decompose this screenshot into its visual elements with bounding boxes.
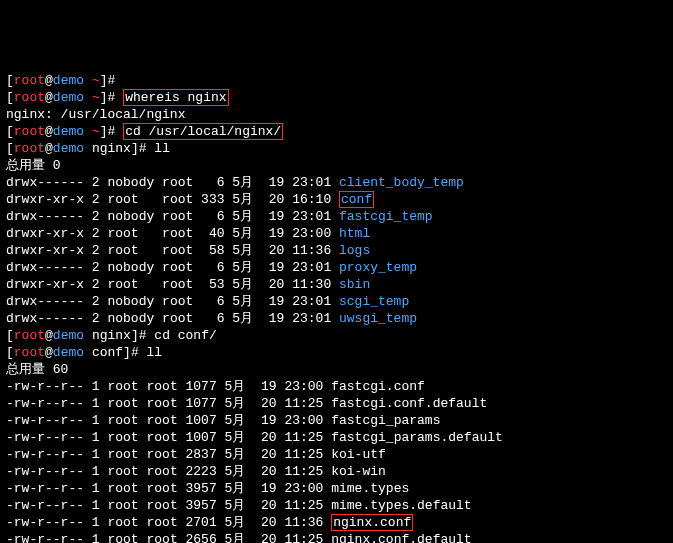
prompt-close-bracket: ] (100, 73, 108, 88)
prompt-host: demo (53, 141, 84, 156)
time: 23:01 (292, 260, 331, 275)
day: 20 (261, 396, 277, 411)
filename: proxy_temp (339, 260, 417, 275)
day: 20 (261, 464, 277, 479)
time: 11:25 (284, 447, 323, 462)
links: 2 (92, 294, 100, 309)
day: 20 (261, 532, 277, 543)
owner: root (107, 498, 138, 513)
filename: koi-win (331, 464, 386, 479)
perm: drwx------ (6, 209, 84, 224)
owner: nobody (107, 311, 154, 326)
prompt-cwd: ~ (92, 73, 100, 88)
size: 1077 (186, 379, 217, 394)
group: root (146, 498, 177, 513)
day: 20 (261, 498, 277, 513)
perm: -rw-r--r-- (6, 413, 84, 428)
owner: root (107, 277, 154, 292)
filename: fastcgi_params.default (331, 430, 503, 445)
time: 23:01 (292, 209, 331, 224)
prompt-close-bracket: ] (100, 124, 108, 139)
prompt-cwd: nginx (92, 328, 131, 343)
month: 5月 (225, 515, 246, 530)
filename: client_body_temp (339, 175, 464, 190)
prompt-symbol: # (108, 90, 116, 105)
listing-row: -rw-r--r-- 1 root root 1077 5月 19 23:00 … (6, 378, 667, 395)
command-text: ll (147, 345, 163, 360)
links: 2 (92, 260, 100, 275)
size: 2837 (186, 447, 217, 462)
group: root (146, 379, 177, 394)
group: root (162, 311, 193, 326)
prompt-host: demo (53, 328, 84, 343)
perm: -rw-r--r-- (6, 464, 84, 479)
perm: drwx------ (6, 260, 84, 275)
prompt-cwd: conf (92, 345, 123, 360)
perm: -rw-r--r-- (6, 498, 84, 513)
size: 333 (201, 192, 224, 207)
listing-row: -rw-r--r-- 1 root root 1007 5月 20 11:25 … (6, 429, 667, 446)
owner: root (107, 464, 138, 479)
prompt-close-bracket: ] (131, 328, 139, 343)
listing-row: drwx------ 2 nobody root 6 5月 19 23:01 s… (6, 293, 667, 310)
prompt-close-bracket: ] (131, 141, 139, 156)
perm: -rw-r--r-- (6, 430, 84, 445)
prompt-host: demo (53, 345, 84, 360)
day: 19 (269, 175, 285, 190)
size: 6 (201, 260, 224, 275)
listing-row: drwx------ 2 nobody root 6 5月 19 23:01 c… (6, 174, 667, 191)
links: 1 (92, 413, 100, 428)
time: 11:25 (284, 532, 323, 543)
perm: -rw-r--r-- (6, 481, 84, 496)
prompt-close-bracket: ] (100, 90, 108, 105)
prompt-user: root (14, 90, 45, 105)
group: root (146, 515, 177, 530)
links: 2 (92, 175, 100, 190)
size: 1007 (186, 413, 217, 428)
size: 2656 (186, 532, 217, 543)
prompt-at: @ (45, 328, 53, 343)
month: 5月 (232, 277, 253, 292)
prompt-cwd: nginx (92, 141, 131, 156)
owner: root (107, 481, 138, 496)
links: 1 (92, 481, 100, 496)
day: 19 (261, 481, 277, 496)
owner: nobody (107, 294, 154, 309)
owner: root (107, 226, 154, 241)
prompt-line: [root@demo ~]# cd /usr/local/nginx/ (6, 123, 667, 140)
month: 5月 (225, 532, 246, 543)
links: 1 (92, 379, 100, 394)
day: 20 (261, 515, 277, 530)
terminal[interactable]: [root@demo ~]# [root@demo ~]# whereis ng… (0, 68, 673, 543)
group: root (146, 532, 177, 543)
prompt-symbol: # (139, 141, 147, 156)
prompt-user: root (14, 124, 45, 139)
size: 3957 (186, 498, 217, 513)
prompt-symbol: # (108, 73, 116, 88)
owner: root (107, 243, 154, 258)
total-line: 总用量 60 (6, 361, 667, 378)
filename: conf (339, 191, 374, 208)
month: 5月 (232, 311, 253, 326)
month: 5月 (225, 498, 246, 513)
day: 19 (269, 260, 285, 275)
listing-row: -rw-r--r-- 1 root root 2223 5月 20 11:25 … (6, 463, 667, 480)
prompt-symbol: # (108, 124, 116, 139)
owner: nobody (107, 209, 154, 224)
listing-row: -rw-r--r-- 1 root root 1007 5月 19 23:00 … (6, 412, 667, 429)
owner: root (107, 379, 138, 394)
group: root (162, 175, 193, 190)
day: 20 (261, 430, 277, 445)
perm: drwxr-xr-x (6, 243, 84, 258)
links: 1 (92, 464, 100, 479)
filename: logs (339, 243, 370, 258)
perm: -rw-r--r-- (6, 532, 84, 543)
filename: sbin (339, 277, 370, 292)
prompt-host: demo (53, 73, 84, 88)
listing-row: -rw-r--r-- 1 root root 2656 5月 20 11:25 … (6, 531, 667, 543)
prompt-open-bracket: [ (6, 345, 14, 360)
listing-row: drwx------ 2 nobody root 6 5月 19 23:01 p… (6, 259, 667, 276)
time: 11:36 (292, 243, 331, 258)
prompt-line: [root@demo nginx]# ll (6, 140, 667, 157)
prompt-line: [root@demo ~]# (6, 72, 667, 89)
